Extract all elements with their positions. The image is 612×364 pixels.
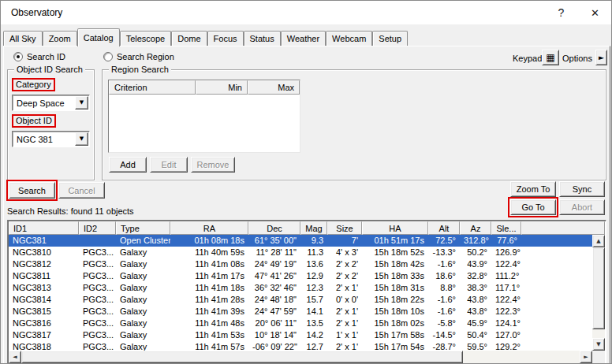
tab-dome[interactable]: Dome xyxy=(171,31,207,46)
title-bar: Observatory ? ✕ xyxy=(1,1,611,24)
horizontal-scroll-thumb[interactable] xyxy=(21,351,463,363)
result-row-ngc381[interactable]: NGC381Open Cluster01h 08m 18s61° 35' 00"… xyxy=(9,235,592,247)
result-row-ngc3813[interactable]: NGC3813PGC3...Galaxy11h 41m 18s36° 32' 4… xyxy=(9,282,592,294)
results-header: ID1ID2TypeRADecMagSizeHAAltAzSle... xyxy=(9,221,605,235)
options-button[interactable]: ► xyxy=(595,50,607,65)
scroll-left-button[interactable]: ◄ xyxy=(9,351,21,363)
radio-search-id-label: Search ID xyxy=(27,52,65,61)
result-row-ngc3812[interactable]: NGC3812PGC3...Galaxy11h 41m 08s24° 49' 1… xyxy=(9,258,592,270)
sync-button[interactable]: Sync xyxy=(559,181,605,197)
scroll-right-button[interactable]: ► xyxy=(580,351,592,363)
object-id-dropdown[interactable]: NGC 381 ▼ xyxy=(12,131,90,147)
cell-az: 312.8° xyxy=(460,235,491,247)
result-row-ngc3817[interactable]: NGC3817PGC3...Galaxy11h 41m 53s10° 18' 1… xyxy=(9,329,592,341)
scroll-up-button[interactable]: ▲ xyxy=(592,235,605,247)
column-header-size[interactable]: Size xyxy=(327,221,362,235)
cell-id2: PGC3... xyxy=(79,294,116,306)
column-header-id1[interactable]: ID1 xyxy=(9,221,79,235)
search-button[interactable]: Search xyxy=(9,182,55,199)
column-header-az[interactable]: Az xyxy=(460,221,491,235)
category-dropdown-button[interactable]: ▼ xyxy=(75,96,88,110)
close-icon[interactable]: ✕ xyxy=(579,1,611,24)
tab-setup[interactable]: Setup xyxy=(372,31,408,46)
scroll-right-icon: ► xyxy=(584,355,588,360)
cell-sle: 122.4° xyxy=(491,258,521,270)
cell-sle: 126.9° xyxy=(491,247,521,258)
cell-ra: 11h 41m 48s xyxy=(170,318,248,329)
cell-type: Galaxy xyxy=(116,306,170,318)
cell-filler xyxy=(521,270,592,282)
cell-size: 2' x 1' xyxy=(327,341,362,351)
result-row-ngc3810[interactable]: NGC3810PGC3...Galaxy11h 40m 59s11° 28' 1… xyxy=(9,247,592,258)
cell-mag: 12.9 xyxy=(300,270,327,282)
column-header-id2[interactable]: ID2 xyxy=(79,221,116,235)
object-id-dropdown-button[interactable]: ▼ xyxy=(75,132,88,146)
object-id-search-title: Object ID Search xyxy=(14,65,85,74)
vertical-scrollbar[interactable]: ▲ ▼ xyxy=(592,235,605,351)
category-dropdown[interactable]: Deep Space ▼ xyxy=(12,95,90,111)
go-to-button[interactable]: Go To xyxy=(510,199,556,215)
cell-size: 2' x 2' xyxy=(327,270,362,282)
tab-webcam[interactable]: Webcam xyxy=(326,31,372,46)
cell-size: 7' xyxy=(327,235,362,247)
region-search-header: CriterionMinMax xyxy=(109,80,300,95)
cell-mag: 13.5 xyxy=(300,318,327,329)
horizontal-scrollbar[interactable]: ◄ ► xyxy=(9,351,592,363)
cell-filler xyxy=(521,306,592,318)
tab-catalog[interactable]: Catalog xyxy=(77,28,120,46)
keypad-button[interactable]: ▦ xyxy=(542,50,559,65)
category-value: Deep Space xyxy=(17,98,65,108)
cell-alt: 72.5° xyxy=(428,235,460,247)
result-row-ngc3818[interactable]: NGC3818PGC3...Galaxy11h 41m 57s-06° 09' … xyxy=(9,341,592,351)
cell-size: 2' x 2' xyxy=(327,258,362,270)
result-row-ngc3811[interactable]: NGC3811PGC3...Galaxy11h 41m 17s47° 41' 2… xyxy=(9,270,592,282)
region-column-criterion[interactable]: Criterion xyxy=(109,80,196,95)
cell-sle: 122.4° xyxy=(491,294,521,306)
remove-button[interactable]: Remove xyxy=(191,157,235,173)
cell-mag: 9.3 xyxy=(300,235,327,247)
column-header-ra[interactable]: RA xyxy=(170,221,248,235)
result-row-ngc3815[interactable]: NGC3815PGC3...Galaxy11h 41m 39s24° 47' 5… xyxy=(9,306,592,318)
tab-telescope[interactable]: Telescope xyxy=(120,31,172,46)
vertical-scroll-thumb[interactable] xyxy=(592,247,605,329)
result-row-ngc3814[interactable]: NGC3814PGC3...Galaxy11h 41m 28s24° 48' 1… xyxy=(9,294,592,306)
column-header-alt[interactable]: Alt xyxy=(428,221,460,235)
scroll-down-button[interactable]: ▼ xyxy=(592,338,605,351)
tab-weather[interactable]: Weather xyxy=(281,31,326,46)
tab-all-sky[interactable]: All Sky xyxy=(3,31,43,46)
cell-ra: 11h 41m 08s xyxy=(170,258,248,270)
region-table-body[interactable] xyxy=(109,95,300,152)
column-header-ha[interactable]: HA xyxy=(362,221,428,235)
cell-sle: 111.2° xyxy=(491,270,521,282)
cell-dec: 10° 18' 14" xyxy=(248,329,300,341)
abort-button[interactable]: Abort xyxy=(559,199,605,215)
tab-focus[interactable]: Focus xyxy=(207,31,244,46)
cell-dec: 20° 06' 11" xyxy=(248,318,300,329)
options-label: Options xyxy=(562,54,592,63)
cell-az: 43.9° xyxy=(460,258,491,270)
radio-search-id[interactable]: Search ID xyxy=(13,52,65,61)
radio-search-region[interactable]: Search Region xyxy=(103,52,174,61)
tab-strip: All SkyZoomCatalogTelescopeDomeFocusStat… xyxy=(3,28,408,46)
region-column-max[interactable]: Max xyxy=(248,80,300,95)
cell-ra: 11h 41m 17s xyxy=(170,270,248,282)
column-header-sle[interactable]: Sle... xyxy=(491,221,521,235)
region-column-min[interactable]: Min xyxy=(196,80,248,95)
zoom-to-button[interactable]: Zoom To xyxy=(510,181,556,197)
cell-id1: NGC3810 xyxy=(9,247,79,258)
add-button[interactable]: Add xyxy=(109,157,147,173)
column-header-type[interactable]: Type xyxy=(116,221,170,235)
scroll-down-icon: ▼ xyxy=(596,342,600,347)
column-header-mag[interactable]: Mag xyxy=(300,221,327,235)
tab-status[interactable]: Status xyxy=(244,31,281,46)
edit-button[interactable]: Edit xyxy=(150,157,188,173)
cell-type: Galaxy xyxy=(116,270,170,282)
cancel-button[interactable]: Cancel xyxy=(58,182,105,199)
column-header-dec[interactable]: Dec xyxy=(248,221,300,235)
cell-sle: 129.2° xyxy=(491,341,521,351)
cell-id1: NGC3812 xyxy=(9,258,79,270)
result-row-ngc3816[interactable]: NGC3816PGC3...Galaxy11h 41m 48s20° 06' 1… xyxy=(9,318,592,329)
cell-dec: 24° 48' 18" xyxy=(248,294,300,306)
tab-zoom[interactable]: Zoom xyxy=(43,31,77,46)
help-button[interactable]: ? xyxy=(543,1,579,24)
